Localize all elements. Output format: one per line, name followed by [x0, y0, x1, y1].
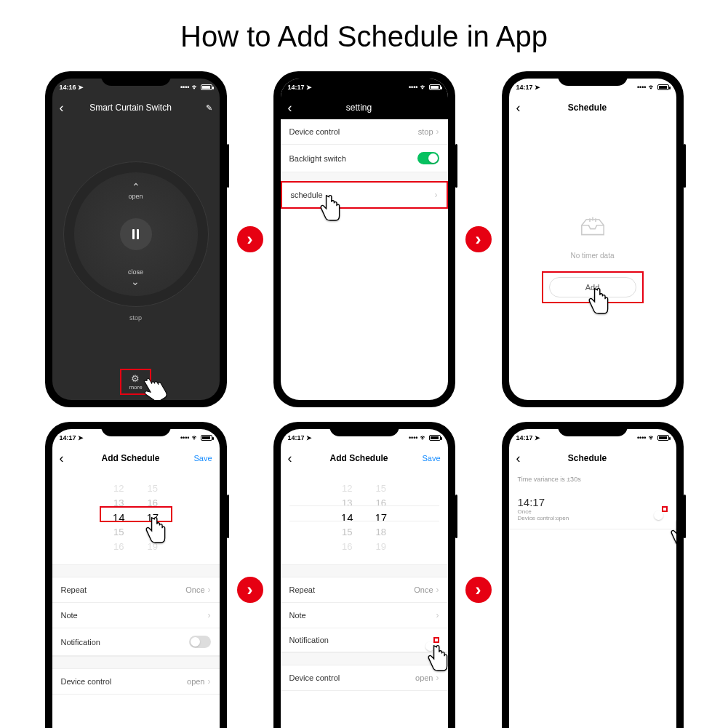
phone-step6: 14:17➤ ••••ᯤ ‹ Schedule Time variance is…	[502, 422, 684, 728]
back-icon[interactable]: ‹	[516, 451, 531, 466]
row-repeat[interactable]: Repeat Once›	[281, 577, 448, 603]
nav-bar: ‹ Schedule	[509, 96, 676, 119]
more-settings-button[interactable]: ⚙ more	[120, 369, 151, 395]
row-schedule[interactable]: schedule ›	[281, 181, 448, 209]
back-icon[interactable]: ‹	[288, 100, 303, 116]
next-arrow-icon: ›	[465, 226, 492, 252]
schedule-entry[interactable]: 14:17 Once Device control:open	[509, 489, 676, 529]
pause-button[interactable]	[120, 218, 152, 250]
toggle-on-icon[interactable]	[417, 152, 439, 164]
nav-bar: ‹ Smart Curtain Switch ✎	[52, 96, 220, 119]
next-arrow-icon: ›	[465, 577, 492, 603]
empty-text: No timer data	[570, 252, 614, 260]
curtain-dial[interactable]: ⌃ open close ⌄	[74, 172, 198, 296]
back-icon[interactable]: ‹	[60, 451, 74, 466]
edit-icon[interactable]: ✎	[188, 103, 212, 113]
phone-step5: 14:17➤ ••••ᯤ ‹ Add Schedule Save 12 13	[273, 422, 455, 728]
row-backlight[interactable]: Backlight switch	[281, 145, 448, 172]
save-button[interactable]: Save	[188, 454, 212, 463]
gear-icon: ⚙	[131, 373, 140, 384]
phone-step2: 14:17➤ ••••ᯤ ‹ setting Device control st…	[273, 71, 455, 407]
row-repeat[interactable]: Repeat Once›	[52, 577, 220, 603]
row-notification[interactable]: Notification	[281, 628, 448, 652]
phone-step1: 14:16➤ ••••ᯤ ‹ Smart Curtain Switch ✎ ⌃	[45, 71, 227, 407]
next-arrow-icon: ›	[237, 226, 263, 252]
next-arrow-icon: ›	[237, 577, 263, 603]
row-notification[interactable]: Notification	[52, 628, 220, 656]
row-device-control[interactable]: Device control open›	[281, 665, 448, 691]
row-device-control[interactable]: Device control open›	[52, 669, 220, 695]
back-icon[interactable]: ‹	[60, 100, 74, 116]
back-icon[interactable]: ‹	[288, 451, 303, 466]
variance-text: Time variance is ±30s	[509, 470, 676, 489]
back-icon[interactable]: ‹	[516, 100, 531, 116]
page-title: How to Add Schedule in App	[0, 0, 728, 53]
stop-label: stop	[129, 314, 142, 321]
row-note[interactable]: Note ›	[281, 603, 448, 628]
row-note[interactable]: Note ›	[52, 603, 220, 628]
nav-bar: ‹ Schedule	[509, 447, 676, 470]
phone-step4: 14:17➤ ••••ᯤ ‹ Add Schedule Save 12 13	[45, 422, 227, 728]
nav-bar: ‹ Add Schedule Save	[281, 447, 448, 470]
phone-step3: 14:17➤ ••••ᯤ ‹ Schedule No timer data	[502, 71, 684, 407]
save-button[interactable]: Save	[416, 454, 441, 463]
nav-bar: ‹ setting	[281, 96, 448, 119]
nav-bar: ‹ Add Schedule Save	[52, 447, 220, 470]
toggle-off-icon[interactable]	[189, 636, 211, 648]
steps-grid: 14:16➤ ••••ᯤ ‹ Smart Curtain Switch ✎ ⌃	[0, 53, 728, 728]
inbox-icon	[578, 217, 607, 240]
row-device-control[interactable]: Device control stop›	[281, 119, 448, 145]
